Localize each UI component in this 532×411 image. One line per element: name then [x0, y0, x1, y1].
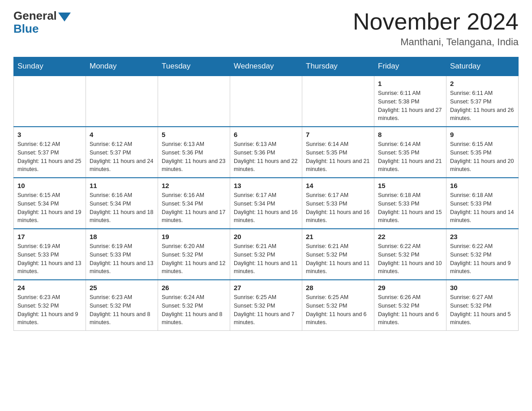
day-info: Sunrise: 6:25 AMSunset: 5:32 PMDaylight:… [306, 293, 370, 327]
day-info: Sunrise: 6:11 AMSunset: 5:38 PMDaylight:… [378, 89, 442, 123]
day-info: Sunrise: 6:17 AMSunset: 5:33 PMDaylight:… [306, 191, 370, 225]
day-number: 26 [162, 284, 226, 291]
week-row-1: 1Sunrise: 6:11 AMSunset: 5:38 PMDaylight… [14, 76, 519, 127]
day-number: 18 [90, 233, 154, 240]
title-section: November 2024 Manthani, Telangana, India [353, 9, 519, 48]
day-number: 23 [450, 233, 515, 240]
calendar-cell: 28Sunrise: 6:25 AMSunset: 5:32 PMDayligh… [302, 280, 374, 331]
calendar-cell: 10Sunrise: 6:15 AMSunset: 5:34 PMDayligh… [14, 178, 86, 229]
calendar-header-row: SundayMondayTuesdayWednesdayThursdayFrid… [14, 57, 519, 76]
calendar-cell [302, 76, 374, 127]
calendar-cell: 20Sunrise: 6:21 AMSunset: 5:32 PMDayligh… [230, 229, 302, 280]
calendar-cell: 19Sunrise: 6:20 AMSunset: 5:32 PMDayligh… [158, 229, 230, 280]
day-number: 2 [450, 80, 515, 87]
day-info: Sunrise: 6:23 AMSunset: 5:32 PMDaylight:… [90, 293, 154, 327]
calendar-cell: 3Sunrise: 6:12 AMSunset: 5:37 PMDaylight… [14, 127, 86, 178]
weekday-header-thursday: Thursday [302, 57, 374, 76]
calendar-cell: 15Sunrise: 6:18 AMSunset: 5:33 PMDayligh… [374, 178, 446, 229]
calendar-cell: 2Sunrise: 6:11 AMSunset: 5:37 PMDaylight… [446, 76, 519, 127]
calendar-cell: 21Sunrise: 6:21 AMSunset: 5:32 PMDayligh… [302, 229, 374, 280]
logo-blue-text: Blue [13, 22, 39, 36]
day-info: Sunrise: 6:11 AMSunset: 5:37 PMDaylight:… [450, 89, 515, 123]
calendar-cell: 22Sunrise: 6:22 AMSunset: 5:32 PMDayligh… [374, 229, 446, 280]
day-info: Sunrise: 6:18 AMSunset: 5:33 PMDaylight:… [450, 191, 515, 225]
calendar-cell: 12Sunrise: 6:16 AMSunset: 5:34 PMDayligh… [158, 178, 230, 229]
day-info: Sunrise: 6:17 AMSunset: 5:34 PMDaylight:… [234, 191, 298, 225]
day-info: Sunrise: 6:20 AMSunset: 5:32 PMDaylight:… [162, 242, 226, 276]
day-info: Sunrise: 6:18 AMSunset: 5:33 PMDaylight:… [378, 191, 442, 225]
day-number: 20 [234, 233, 298, 240]
calendar-cell: 25Sunrise: 6:23 AMSunset: 5:32 PMDayligh… [86, 280, 158, 331]
calendar-cell: 11Sunrise: 6:16 AMSunset: 5:34 PMDayligh… [86, 178, 158, 229]
day-info: Sunrise: 6:23 AMSunset: 5:32 PMDaylight:… [17, 293, 82, 327]
day-number: 3 [17, 131, 82, 138]
day-number: 24 [17, 284, 82, 291]
day-number: 6 [234, 131, 298, 138]
calendar-cell: 29Sunrise: 6:26 AMSunset: 5:32 PMDayligh… [374, 280, 446, 331]
day-number: 16 [450, 182, 515, 189]
day-number: 27 [234, 284, 298, 291]
weekday-header-wednesday: Wednesday [230, 57, 302, 76]
day-info: Sunrise: 6:15 AMSunset: 5:35 PMDaylight:… [450, 140, 515, 174]
day-info: Sunrise: 6:26 AMSunset: 5:32 PMDaylight:… [378, 293, 442, 327]
day-info: Sunrise: 6:21 AMSunset: 5:32 PMDaylight:… [306, 242, 370, 276]
logo-general-text: General [13, 9, 57, 23]
day-number: 17 [17, 233, 82, 240]
day-number: 11 [90, 182, 154, 189]
day-number: 28 [306, 284, 370, 291]
weekday-header-friday: Friday [374, 57, 446, 76]
page-header: General Blue November 2024 Manthani, Tel… [13, 9, 519, 48]
week-row-2: 3Sunrise: 6:12 AMSunset: 5:37 PMDaylight… [14, 127, 519, 178]
calendar-cell: 17Sunrise: 6:19 AMSunset: 5:33 PMDayligh… [14, 229, 86, 280]
day-info: Sunrise: 6:15 AMSunset: 5:34 PMDaylight:… [17, 191, 82, 225]
day-info: Sunrise: 6:16 AMSunset: 5:34 PMDaylight:… [162, 191, 226, 225]
calendar-cell [14, 76, 86, 127]
calendar-cell: 16Sunrise: 6:18 AMSunset: 5:33 PMDayligh… [446, 178, 519, 229]
calendar-cell: 18Sunrise: 6:19 AMSunset: 5:33 PMDayligh… [86, 229, 158, 280]
day-number: 7 [306, 131, 370, 138]
calendar-cell [230, 76, 302, 127]
day-info: Sunrise: 6:22 AMSunset: 5:32 PMDaylight:… [378, 242, 442, 276]
weekday-header-saturday: Saturday [446, 57, 519, 76]
day-info: Sunrise: 6:13 AMSunset: 5:36 PMDaylight:… [234, 140, 298, 174]
day-info: Sunrise: 6:24 AMSunset: 5:32 PMDaylight:… [162, 293, 226, 327]
month-year-title: November 2024 [353, 9, 519, 34]
day-info: Sunrise: 6:12 AMSunset: 5:37 PMDaylight:… [90, 140, 154, 174]
day-number: 4 [90, 131, 154, 138]
day-number: 19 [162, 233, 226, 240]
calendar-cell: 23Sunrise: 6:22 AMSunset: 5:32 PMDayligh… [446, 229, 519, 280]
day-info: Sunrise: 6:14 AMSunset: 5:35 PMDaylight:… [306, 140, 370, 174]
day-info: Sunrise: 6:13 AMSunset: 5:36 PMDaylight:… [162, 140, 226, 174]
day-number: 10 [17, 182, 82, 189]
day-number: 22 [378, 233, 442, 240]
day-info: Sunrise: 6:19 AMSunset: 5:33 PMDaylight:… [17, 242, 82, 276]
weekday-header-tuesday: Tuesday [158, 57, 230, 76]
day-number: 29 [378, 284, 442, 291]
week-row-5: 24Sunrise: 6:23 AMSunset: 5:32 PMDayligh… [14, 280, 519, 331]
day-number: 1 [378, 80, 442, 87]
day-number: 25 [90, 284, 154, 291]
day-info: Sunrise: 6:22 AMSunset: 5:32 PMDaylight:… [450, 242, 515, 276]
day-info: Sunrise: 6:16 AMSunset: 5:34 PMDaylight:… [90, 191, 154, 225]
day-number: 5 [162, 131, 226, 138]
day-info: Sunrise: 6:27 AMSunset: 5:32 PMDaylight:… [450, 293, 515, 327]
day-info: Sunrise: 6:14 AMSunset: 5:35 PMDaylight:… [378, 140, 442, 174]
calendar-cell: 27Sunrise: 6:25 AMSunset: 5:32 PMDayligh… [230, 280, 302, 331]
day-info: Sunrise: 6:21 AMSunset: 5:32 PMDaylight:… [234, 242, 298, 276]
day-number: 30 [450, 284, 515, 291]
logo-triangle-icon [58, 13, 71, 21]
calendar-cell: 7Sunrise: 6:14 AMSunset: 5:35 PMDaylight… [302, 127, 374, 178]
calendar-table: SundayMondayTuesdayWednesdayThursdayFrid… [13, 57, 519, 331]
calendar-cell: 6Sunrise: 6:13 AMSunset: 5:36 PMDaylight… [230, 127, 302, 178]
logo: General Blue [13, 9, 71, 36]
day-number: 8 [378, 131, 442, 138]
calendar-cell [158, 76, 230, 127]
week-row-4: 17Sunrise: 6:19 AMSunset: 5:33 PMDayligh… [14, 229, 519, 280]
day-number: 21 [306, 233, 370, 240]
calendar-cell: 24Sunrise: 6:23 AMSunset: 5:32 PMDayligh… [14, 280, 86, 331]
calendar-cell: 14Sunrise: 6:17 AMSunset: 5:33 PMDayligh… [302, 178, 374, 229]
weekday-header-sunday: Sunday [14, 57, 86, 76]
calendar-cell: 4Sunrise: 6:12 AMSunset: 5:37 PMDaylight… [86, 127, 158, 178]
calendar-cell: 26Sunrise: 6:24 AMSunset: 5:32 PMDayligh… [158, 280, 230, 331]
day-info: Sunrise: 6:12 AMSunset: 5:37 PMDaylight:… [17, 140, 82, 174]
